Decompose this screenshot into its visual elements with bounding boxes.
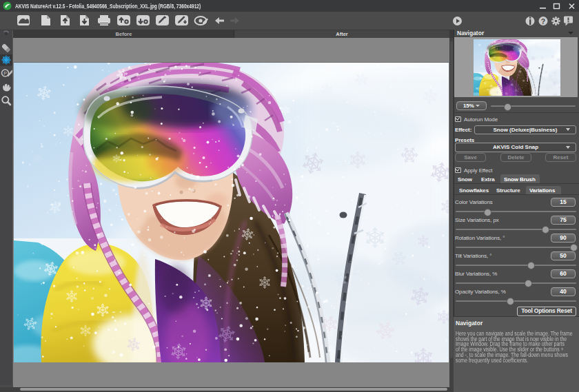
svg-text:?: ? [541,17,545,25]
svg-text:P: P [3,71,7,76]
